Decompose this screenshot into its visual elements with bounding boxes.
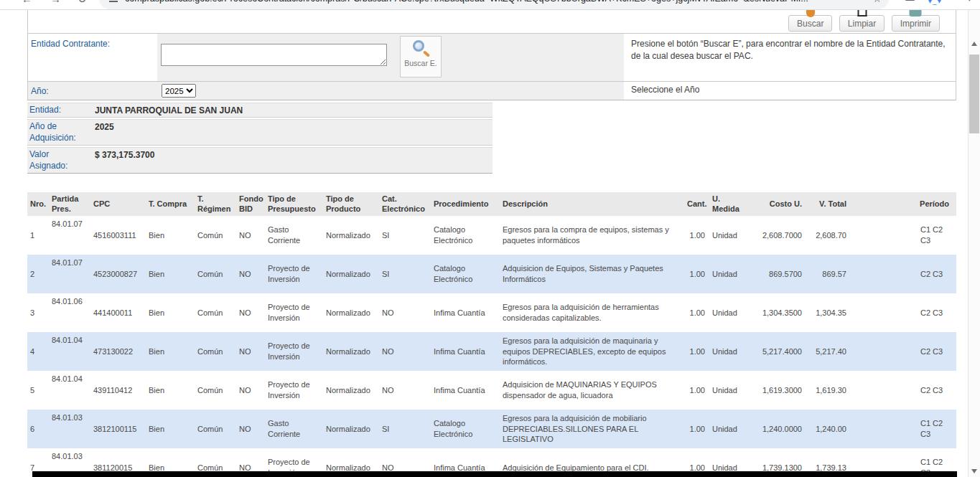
toolbar: Buscar Limpiar Imprimir bbox=[28, 10, 956, 34]
cell-v_total: 5,217.40 bbox=[806, 332, 851, 371]
back-icon[interactable]: ← bbox=[22, 0, 32, 10]
table-row: 184.01.074516003111BienComúnNOGasto Corr… bbox=[27, 216, 956, 255]
cell-cant: 1.00 bbox=[684, 371, 709, 410]
cell-nro: 2 bbox=[27, 255, 49, 293]
cell-cat_electronico: SI bbox=[379, 216, 431, 255]
bottom-black-bar bbox=[32, 471, 957, 477]
cell-nro: 6 bbox=[27, 410, 49, 448]
cell-cant: 1.00 bbox=[684, 293, 709, 332]
scroll-up-icon[interactable] bbox=[971, 42, 977, 46]
cell-u_medida: Unidad bbox=[709, 371, 749, 410]
magnifier-icon bbox=[413, 40, 429, 56]
cell-cpc: 473130022 bbox=[90, 332, 146, 371]
cell-t_regimen: Común bbox=[195, 410, 236, 448]
url-text: compraspublicas.gob.ec/ProcesoContrataci… bbox=[125, 0, 808, 9]
bookmark-star-icon[interactable]: ☆ bbox=[872, 0, 882, 9]
limpiar-button[interactable]: Limpiar bbox=[839, 15, 885, 32]
cell-cpc: 441400011 bbox=[90, 293, 146, 332]
cell-cpc: 439110412 bbox=[90, 371, 146, 410]
cell-cant: 1.00 bbox=[684, 255, 709, 293]
browser-menu-icon[interactable]: ⋮ bbox=[964, 0, 975, 3]
cell-procedimiento: Catalogo Electrónico bbox=[431, 410, 500, 448]
cell-procedimiento: Catalogo Electrónico bbox=[431, 216, 500, 255]
limpiar-button-wrap: Limpiar bbox=[839, 15, 885, 32]
cell-partida: 84.01.04 bbox=[49, 371, 90, 410]
entity-info-row: Año de Adquisición: 2025 bbox=[27, 119, 493, 146]
column-header-u-medida: U. Medida bbox=[709, 192, 749, 216]
cell-costo_u: 1,240.0000 bbox=[749, 410, 806, 448]
valor-asignado-label: Valor Asignado: bbox=[27, 148, 90, 173]
entity-info-row: Entidad: JUNTA PARROQUIAL DE SAN JUAN bbox=[27, 103, 493, 118]
cell-t_regimen: Común bbox=[195, 255, 236, 293]
cell-fondo_bid: NO bbox=[236, 216, 265, 255]
cell-nro: 3 bbox=[27, 293, 49, 332]
cell-tipo_presupuesto: Proyecto de Inversión bbox=[265, 371, 323, 410]
scrollbar-thumb[interactable] bbox=[969, 55, 979, 133]
printer-icon bbox=[910, 10, 922, 16]
cell-tipo_presupuesto: Gasto Corriente bbox=[265, 216, 323, 255]
cell-cat_electronico: SI bbox=[379, 410, 431, 448]
column-header-nro: Nro. bbox=[27, 192, 49, 216]
cell-v_total: 1,619.30 bbox=[806, 371, 851, 410]
cell-t_regimen: Común bbox=[195, 216, 236, 255]
cell-descripcion: Egresos para la adquisición de mobiliari… bbox=[500, 410, 684, 448]
imprimir-button[interactable]: Imprimir bbox=[892, 15, 940, 32]
scroll-down-icon[interactable] bbox=[971, 469, 977, 473]
cell-descripcion: Egresos para la adquisición de herramien… bbox=[500, 293, 684, 332]
site-info-icon[interactable] bbox=[109, 0, 118, 2]
address-bar[interactable]: compraspublicas.gob.ec/ProcesoContrataci… bbox=[99, 0, 889, 9]
cell-v_total: 1,304.35 bbox=[806, 293, 851, 332]
buscar-entidad-button[interactable]: Buscar E. bbox=[400, 36, 442, 77]
cell-t_compra: Bien bbox=[146, 332, 195, 371]
column-header-partida: Partida Pres. bbox=[49, 192, 90, 216]
cell-t_compra: Bien bbox=[146, 255, 195, 293]
cell-tipo_producto: Normalizado bbox=[323, 216, 379, 255]
table-row: 384.01.06441400011BienComúnNOProyecto de… bbox=[27, 293, 956, 332]
cell-nro: 1 bbox=[27, 216, 49, 255]
eraser-icon bbox=[857, 10, 867, 16]
cell-costo_u: 1,619.3000 bbox=[749, 371, 806, 410]
vertical-scrollbar[interactable] bbox=[968, 10, 980, 477]
cell-tipo_producto: Normalizado bbox=[323, 293, 379, 332]
anio-select[interactable]: 2025 bbox=[162, 84, 196, 98]
cell-cpc: 4516003111 bbox=[90, 216, 146, 255]
anio-adquisicion-label: Año de Adquisición: bbox=[27, 120, 90, 145]
cell-tipo_producto: Normalizado bbox=[323, 255, 379, 293]
cell-partida: 84.01.04 bbox=[49, 332, 90, 371]
cell-descripcion: Egresos para la adquisición de maquinari… bbox=[500, 332, 684, 371]
cell-cat_electronico: SI bbox=[379, 255, 431, 293]
profile-avatar[interactable] bbox=[928, 0, 941, 5]
cell-costo_u: 869.5700 bbox=[749, 255, 806, 293]
column-header-periodo: Período bbox=[851, 192, 956, 216]
entidad-contratante-textarea[interactable] bbox=[161, 44, 387, 66]
column-header-procedimiento: Procedimiento bbox=[431, 192, 500, 216]
cell-costo_u: 1,304.3500 bbox=[749, 293, 806, 332]
cell-v_total: 1,240.00 bbox=[806, 410, 851, 448]
cell-v_total: 2,608.70 bbox=[806, 216, 851, 255]
cell-costo_u: 2,608.7000 bbox=[749, 216, 806, 255]
cell-periodo: C2 C3 bbox=[851, 293, 956, 332]
cell-t_compra: Bien bbox=[146, 216, 195, 255]
column-header-costo-u: Costo U. bbox=[749, 192, 806, 216]
cell-cant: 1.00 bbox=[684, 410, 709, 448]
table-row: 684.01.033812100115BienComúnNOGasto Corr… bbox=[27, 410, 956, 448]
valor-asignado-value: $ 373,175.3700 bbox=[90, 148, 493, 173]
buscar-button[interactable]: Buscar bbox=[788, 15, 832, 32]
side-panel-icon[interactable] bbox=[905, 0, 915, 1]
cell-tipo_presupuesto: Proyecto de Inversión bbox=[265, 255, 323, 293]
cell-periodo: C2 C3 bbox=[851, 371, 956, 410]
table-row: 284.01.074523000827BienComúnNOProyecto d… bbox=[27, 255, 956, 293]
cell-tipo_presupuesto: Gasto Corriente bbox=[265, 410, 323, 448]
reload-icon[interactable]: ↻ bbox=[78, 0, 87, 10]
table-header-row: Nro. Partida Pres. CPC T. Compra T. Régi… bbox=[27, 192, 956, 216]
forward-icon[interactable]: → bbox=[50, 0, 61, 10]
cell-costo_u: 5,217.4000 bbox=[749, 332, 806, 371]
entidad-contratante-label: Entidad Contratante: bbox=[28, 34, 157, 81]
cell-descripcion: Egresos para la compra de equipos, siste… bbox=[500, 216, 684, 255]
cell-periodo: C2 C3 bbox=[851, 255, 956, 293]
buscar-entidad-label: Buscar E. bbox=[401, 59, 441, 67]
anio-help-text: Seleccione el Año bbox=[624, 82, 956, 100]
cell-cant: 1.00 bbox=[684, 332, 709, 371]
cell-descripcion: Adquisicion de MAQUINARIAS Y EQUIPOS dis… bbox=[500, 371, 684, 410]
pac-table: Nro. Partida Pres. CPC T. Compra T. Régi… bbox=[27, 192, 956, 477]
